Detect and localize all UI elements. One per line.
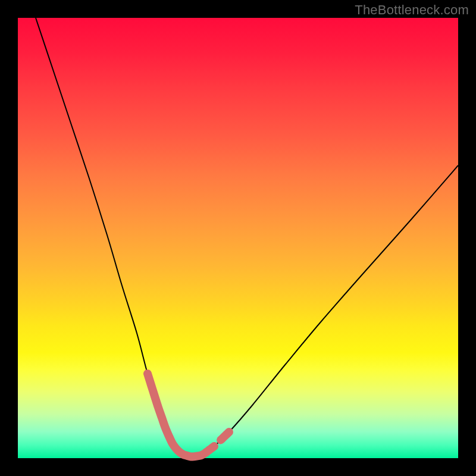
optimal-range-highlight bbox=[148, 374, 214, 457]
optimal-range-highlight-extra bbox=[221, 432, 229, 440]
bottleneck-curve bbox=[36, 18, 458, 457]
curve-svg bbox=[18, 18, 458, 458]
watermark-text: TheBottleneck.com bbox=[355, 2, 469, 18]
plot-area bbox=[18, 18, 458, 458]
